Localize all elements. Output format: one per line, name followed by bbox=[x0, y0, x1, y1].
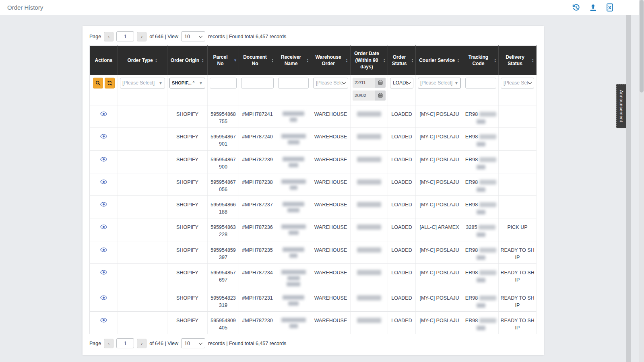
courier-placeholder: [Please Select] bbox=[420, 80, 453, 86]
delivery-status-cell: READY TO SHIP bbox=[499, 241, 537, 263]
calendar-icon[interactable] bbox=[375, 78, 386, 88]
warehouse-order-value: WAREHOUSE bbox=[314, 179, 347, 185]
order-status-cell: LOADED bbox=[388, 105, 416, 128]
tracking-code-filter-input[interactable] bbox=[465, 78, 496, 88]
view-order-icon[interactable] bbox=[100, 156, 107, 164]
history-icon[interactable] bbox=[572, 3, 580, 12]
view-order-icon[interactable] bbox=[100, 247, 107, 254]
announcement-tab[interactable]: Announcement bbox=[616, 84, 627, 128]
column-header-delivery-status[interactable]: Delivery Status▲▼ bbox=[499, 46, 537, 75]
order-status-filter[interactable]: LOADED bbox=[390, 78, 413, 88]
order-status-value: LOADED bbox=[393, 80, 408, 86]
order-origin-filter[interactable]: SHOPIF... × ▼ bbox=[169, 78, 205, 88]
delivery-status-filter[interactable]: [Please Select] bbox=[501, 78, 534, 88]
table-body: SHOPIFY595954868755#MPH787241WAREHOUSELO… bbox=[90, 105, 537, 334]
next-page-button[interactable]: › bbox=[137, 32, 147, 41]
order-status-cell: LOADED bbox=[388, 263, 416, 289]
column-header-order-origin[interactable]: Order Origin▲▼ bbox=[167, 46, 208, 75]
view-order-icon[interactable] bbox=[100, 224, 107, 231]
view-order-icon[interactable] bbox=[100, 179, 107, 186]
parcel-no-value: 595954868755 bbox=[211, 111, 236, 124]
receiver-name-cell bbox=[276, 196, 311, 218]
tracking-code-cell: 3285 bbox=[463, 218, 499, 241]
warehouse-order-cell: WAREHOUSE bbox=[311, 173, 351, 195]
page-number-input[interactable] bbox=[116, 338, 134, 348]
column-label: Receiver Name bbox=[278, 54, 304, 67]
tracking-code-cell: ER98 bbox=[463, 105, 499, 128]
column-header-courier-service[interactable]: Courier Service▲▼ bbox=[416, 46, 463, 75]
redacted-text bbox=[479, 318, 496, 323]
warehouse-order-value: WAREHOUSE bbox=[314, 202, 347, 208]
redacted-text bbox=[283, 202, 304, 206]
parcel-no-cell: 595954867901 bbox=[208, 128, 239, 150]
row-actions-cell bbox=[90, 312, 118, 334]
page-size-select[interactable]: 10 bbox=[181, 31, 205, 41]
order-type-filter[interactable]: [Please Select] ▼ bbox=[120, 78, 165, 88]
view-order-icon[interactable] bbox=[100, 317, 107, 325]
page-size-select[interactable]: 10 bbox=[181, 338, 205, 348]
document-no-filter-input[interactable] bbox=[241, 78, 274, 88]
tracking-code-value: ER98 bbox=[465, 318, 478, 323]
prev-page-button[interactable]: ‹ bbox=[104, 32, 114, 41]
courier-service-filter[interactable]: [Please Select] ▼ bbox=[418, 78, 461, 88]
table-row: SHOPIFY595954868755#MPH787241WAREHOUSELO… bbox=[90, 105, 537, 128]
order-date-from-input[interactable]: 22/11 bbox=[353, 78, 386, 88]
order-origin-value: SHOPIFY bbox=[176, 179, 198, 185]
order-origin-value: SHOPIFY bbox=[176, 202, 198, 208]
column-header-order-date-within-90-days[interactable]: Order Date (Within 90 days)▲▼ bbox=[351, 46, 388, 75]
parcel-no-value: 595954809405 bbox=[211, 318, 236, 331]
column-header-parcel-no[interactable]: Parcel No▼ bbox=[208, 46, 239, 75]
orders-table: ActionsOrder Type▲▼Order Origin▲▼Parcel … bbox=[89, 45, 537, 334]
order-status-value: LOADED bbox=[391, 318, 412, 323]
page-number-input[interactable] bbox=[116, 31, 134, 41]
order-status-value: LOADED bbox=[391, 134, 412, 140]
document-no-value: #MPH787236 bbox=[242, 224, 272, 230]
excel-export-icon[interactable] bbox=[605, 3, 614, 12]
tracking-code-cell: ER98 bbox=[463, 241, 499, 263]
remove-selection-icon[interactable]: × bbox=[192, 80, 195, 84]
order-origin-value: SHOPIFY bbox=[176, 295, 198, 301]
column-label: Parcel No bbox=[209, 54, 231, 67]
order-status-value: LOADED bbox=[391, 179, 412, 185]
receiver-name-filter-input[interactable] bbox=[278, 78, 309, 88]
redacted-text bbox=[477, 165, 485, 169]
warehouse-order-filter[interactable]: [Please Select] bbox=[313, 78, 348, 88]
column-header-order-type[interactable]: Order Type▲▼ bbox=[118, 46, 167, 75]
view-order-icon[interactable] bbox=[100, 202, 107, 209]
receiver-name-cell bbox=[276, 105, 311, 128]
order-status-value: LOADED bbox=[391, 224, 412, 230]
calendar-icon[interactable] bbox=[375, 90, 386, 101]
view-order-icon[interactable] bbox=[100, 134, 107, 141]
redacted-text bbox=[290, 185, 297, 190]
order-date-to-input[interactable]: 20/02 bbox=[353, 90, 386, 101]
view-order-icon[interactable] bbox=[100, 111, 107, 118]
reset-button[interactable] bbox=[105, 78, 115, 88]
page-size-value: 10 bbox=[184, 34, 190, 39]
view-order-icon[interactable] bbox=[100, 269, 107, 277]
column-header-receiver-name[interactable]: Receiver Name▲▼ bbox=[276, 46, 311, 75]
delivery-status-cell: PICK UP bbox=[499, 218, 537, 241]
redacted-text bbox=[477, 142, 485, 146]
order-type-cell bbox=[118, 241, 167, 263]
column-header-actions: Actions bbox=[90, 46, 118, 75]
parcel-no-filter-input[interactable] bbox=[210, 78, 237, 88]
column-label: Order Date (Within 90 days) bbox=[353, 50, 381, 70]
page-scrollbar-thumb[interactable] bbox=[640, 0, 644, 93]
view-order-icon[interactable] bbox=[100, 295, 107, 302]
next-page-button[interactable]: › bbox=[137, 339, 147, 348]
filter-row: [Please Select] ▼ SHOPIF... × ▼ [ bbox=[90, 75, 537, 105]
document-no-cell: #MPH787237 bbox=[239, 196, 276, 218]
prev-page-button[interactable]: ‹ bbox=[104, 339, 114, 348]
search-button[interactable] bbox=[93, 78, 103, 88]
table-row: SHOPIFY595954863228#MPH787236WAREHOUSELO… bbox=[90, 218, 537, 241]
delivery-status-cell: READY TO SHIP bbox=[499, 312, 537, 334]
upload-icon[interactable] bbox=[588, 3, 597, 12]
order-type-cell bbox=[118, 105, 167, 128]
column-header-order-status[interactable]: Order Status▲▼ bbox=[388, 46, 416, 75]
redacted-text bbox=[477, 232, 485, 237]
column-header-tracking-code[interactable]: Tracking Code▲▼ bbox=[463, 46, 499, 75]
inner-scrollbar[interactable] bbox=[626, 15, 631, 362]
redacted-text bbox=[288, 301, 299, 306]
column-header-warehouse-order[interactable]: Warehouse Order▲▼ bbox=[311, 46, 351, 75]
column-header-document-no[interactable]: Document No▲▼ bbox=[239, 46, 276, 75]
